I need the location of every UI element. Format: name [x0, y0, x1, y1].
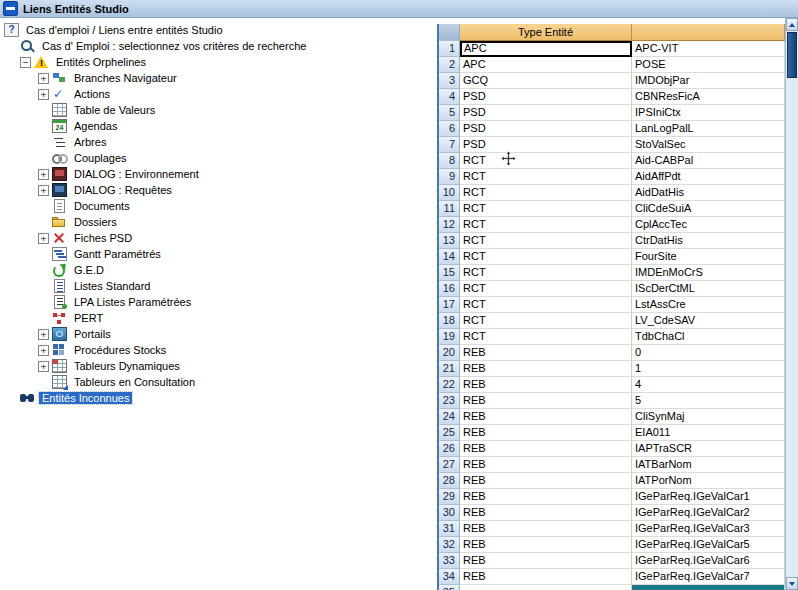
type-cell[interactable]: REB	[460, 441, 632, 457]
tree-item-label[interactable]: Portails	[71, 328, 114, 340]
type-cell[interactable]: RCT	[460, 265, 632, 281]
row-number-cell[interactable]: 3	[439, 73, 460, 89]
type-cell[interactable]: RCT	[460, 233, 632, 249]
row-number-cell[interactable]: 15	[439, 265, 460, 281]
type-cell[interactable]: RCT	[460, 329, 632, 345]
type-cell-editing[interactable]: APC	[460, 41, 632, 57]
tree-item-label[interactable]: PERT	[71, 312, 106, 324]
tree-item-actions[interactable]: +Actions	[0, 86, 437, 102]
scroll-down-button[interactable]	[786, 577, 798, 590]
tree-item-procedures-stocks[interactable]: +Procédures Stocks	[0, 342, 437, 358]
tree-item-label[interactable]: G.E.D	[71, 264, 107, 276]
tree-item-dialog-requetes[interactable]: +DIALOG : Requêtes	[0, 182, 437, 198]
row-number-cell[interactable]: 18	[439, 313, 460, 329]
tree-item-agendas[interactable]: Agendas	[0, 118, 437, 134]
tree-item-label[interactable]: Tableurs Dynamiques	[71, 360, 183, 372]
tree-item-g-e-d[interactable]: G.E.D	[0, 262, 437, 278]
row-number-cell[interactable]: 16	[439, 281, 460, 297]
scrollbar-thumb[interactable]	[787, 32, 797, 78]
name-cell[interactable]: LanLogPalL	[632, 121, 785, 137]
row-number-cell[interactable]: 10	[439, 185, 460, 201]
tree-item-label[interactable]: Tableurs en Consultation	[71, 376, 198, 388]
name-cell[interactable]: 1	[632, 361, 785, 377]
row-number-cell[interactable]: 33	[439, 553, 460, 569]
type-cell[interactable]: GCQ	[460, 73, 632, 89]
name-cell[interactable]: AidAffPdt	[632, 169, 785, 185]
tree-item-label[interactable]: Table de Valeurs	[71, 104, 158, 116]
name-cell[interactable]: CliCdeSuiA	[632, 201, 785, 217]
expand-plus-icon[interactable]: +	[38, 361, 49, 372]
tree-item-listes-standard[interactable]: Listes Standard	[0, 278, 437, 294]
name-cell[interactable]: IPSIniCtx	[632, 105, 785, 121]
tree-item-documents[interactable]: Documents	[0, 198, 437, 214]
type-cell[interactable]: APC	[460, 57, 632, 73]
tree-item-dialog-environnement[interactable]: +DIALOG : Environnement	[0, 166, 437, 182]
tree-item-label[interactable]: Dossiers	[71, 216, 120, 228]
name-cell[interactable]: CBNResFicA	[632, 89, 785, 105]
row-number-cell[interactable]: 35	[439, 585, 460, 590]
tree-item-label[interactable]: Documents	[71, 200, 133, 212]
row-number-cell[interactable]: 26	[439, 441, 460, 457]
name-cell[interactable]: APC-VIT	[632, 41, 785, 57]
tree-item-label[interactable]: Listes Standard	[71, 280, 153, 292]
name-cell[interactable]	[632, 585, 785, 590]
tree-item-label[interactable]: LPA Listes Paramétrées	[71, 296, 194, 308]
name-cell[interactable]: CliSynMaj	[632, 409, 785, 425]
name-cell[interactable]: IMDEnMoCrS	[632, 265, 785, 281]
row-number-cell[interactable]: 28	[439, 473, 460, 489]
type-cell[interactable]: PSD	[460, 105, 632, 121]
tree-item-label[interactable]: Gantt Paramétrés	[71, 248, 164, 260]
vertical-scrollbar[interactable]	[785, 18, 798, 590]
type-cell[interactable]: REB	[460, 425, 632, 441]
type-cell[interactable]: RCT	[460, 153, 632, 169]
row-number-cell[interactable]: 17	[439, 297, 460, 313]
row-number-cell[interactable]: 11	[439, 201, 460, 217]
column-header-type-entite[interactable]: Type Entité	[460, 24, 632, 41]
tree-item-branches-navigateur[interactable]: +Branches Navigateur	[0, 70, 437, 86]
expand-plus-icon[interactable]: +	[38, 233, 49, 244]
row-number-cell[interactable]: 19	[439, 329, 460, 345]
row-number-cell[interactable]: 29	[439, 489, 460, 505]
name-cell[interactable]: IATPorNom	[632, 473, 785, 489]
name-cell[interactable]: IATBarNom	[632, 457, 785, 473]
row-number-cell[interactable]: 27	[439, 457, 460, 473]
tree-item-label[interactable]: Agendas	[71, 120, 120, 132]
tree-item-entites-orphelines[interactable]: −Entités Orphelines	[0, 54, 437, 70]
tree-item-portails[interactable]: +Portails	[0, 326, 437, 342]
tree-item-label[interactable]: Arbres	[71, 136, 109, 148]
tree-item-tableurs-en-consultation[interactable]: Tableurs en Consultation	[0, 374, 437, 390]
row-number-cell[interactable]: 24	[439, 409, 460, 425]
row-number-cell[interactable]: 23	[439, 393, 460, 409]
tree-item-label[interactable]: Branches Navigateur	[71, 72, 180, 84]
column-header-name[interactable]	[632, 24, 785, 41]
row-number-cell[interactable]: 31	[439, 521, 460, 537]
type-cell[interactable]: RCT	[460, 185, 632, 201]
type-cell[interactable]: PSD	[460, 121, 632, 137]
name-cell[interactable]: 0	[632, 345, 785, 361]
type-cell[interactable]	[460, 585, 632, 590]
tree-item-label[interactable]: Fiches PSD	[71, 232, 135, 244]
tree-item-label[interactable]: Cas d'emploi / Liens entre entités Studi…	[23, 24, 226, 36]
tree-item-label[interactable]: DIALOG : Requêtes	[71, 184, 175, 196]
tree-item-label[interactable]: Cas d' Emploi : selectionnez vos critère…	[39, 40, 309, 52]
tree-item-arbres[interactable]: Arbres	[0, 134, 437, 150]
type-cell[interactable]: RCT	[460, 281, 632, 297]
scroll-up-button[interactable]	[786, 18, 798, 31]
name-cell[interactable]: IGeParReq.IGeValCar5	[632, 537, 785, 553]
name-cell[interactable]: IAPTraSCR	[632, 441, 785, 457]
type-cell[interactable]: REB	[460, 473, 632, 489]
row-number-cell[interactable]: 8	[439, 153, 460, 169]
name-cell[interactable]: POSE	[632, 57, 785, 73]
tree-item-pert[interactable]: PERT	[0, 310, 437, 326]
tree-item-couplages[interactable]: Couplages	[0, 150, 437, 166]
name-cell[interactable]: CplAccTec	[632, 217, 785, 233]
tree-item-label[interactable]: Entités Inconnues	[39, 392, 132, 404]
tree-item-cas-d-emploi-liens-entre-entites-studio[interactable]: Cas d'emploi / Liens entre entités Studi…	[0, 22, 437, 38]
type-cell[interactable]: PSD	[460, 89, 632, 105]
row-number-cell[interactable]: 1	[439, 41, 460, 57]
name-cell[interactable]: IGeParReq.IGeValCar1	[632, 489, 785, 505]
type-cell[interactable]: REB	[460, 489, 632, 505]
name-cell[interactable]: 5	[632, 393, 785, 409]
row-number-cell[interactable]: 5	[439, 105, 460, 121]
tree-item-label[interactable]: Actions	[71, 88, 113, 100]
